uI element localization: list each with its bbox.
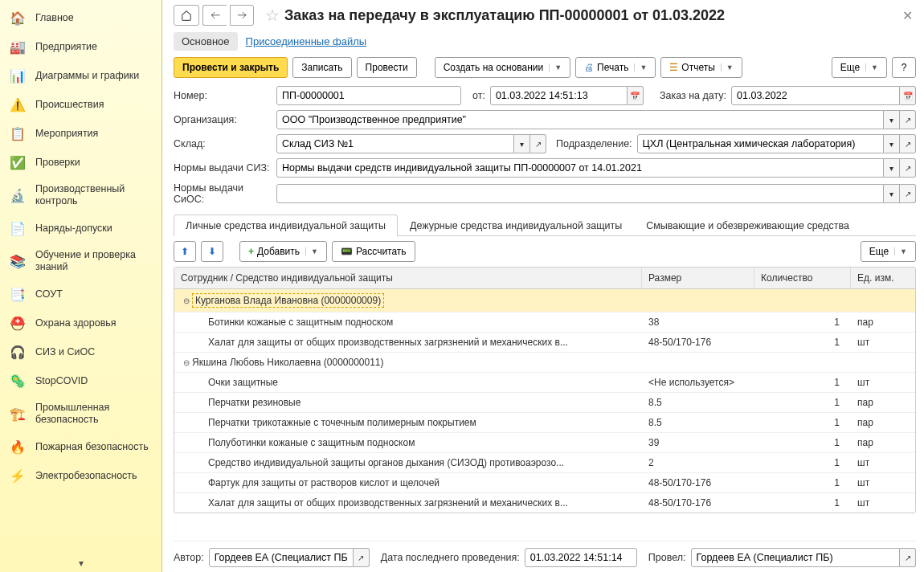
col-employee[interactable]: Сотрудник / Средство индивидуальной защи… <box>174 268 642 288</box>
sidebar-item-2[interactable]: 📊Диаграммы и графики <box>0 61 161 90</box>
sidebar-label: Предприятие <box>35 41 97 53</box>
from-date-input[interactable] <box>490 86 628 105</box>
tab-files[interactable]: Присоединенные файлы <box>238 32 375 51</box>
collapse-icon[interactable]: ⊖ <box>181 358 192 367</box>
forward-button[interactable]: 🡢 <box>230 5 254 26</box>
item-row[interactable]: Полуботинки кожаные с защитным подноском… <box>174 433 915 453</box>
sidebar-icon: 📄 <box>10 220 26 236</box>
sidebar-item-11[interactable]: 🎧СИЗ и СиОС <box>0 337 161 366</box>
subtab-duty[interactable]: Дежурные средства индивидуальной защиты <box>398 214 634 236</box>
dropdown-icon[interactable]: ▾ <box>884 134 900 153</box>
author-input[interactable] <box>209 548 354 567</box>
dropdown-icon[interactable]: ▾ <box>884 158 900 178</box>
postedby-label: Провел: <box>648 552 686 563</box>
lastpost-input[interactable] <box>525 548 637 567</box>
open-icon[interactable]: ↗ <box>900 134 916 153</box>
open-icon[interactable]: ↗ <box>900 110 916 129</box>
col-unit[interactable]: Ед. изм. <box>851 268 915 288</box>
group-row[interactable]: ⊖Курганова Влада Ивановна (0000000009) <box>174 289 915 313</box>
item-row[interactable]: Перчатки резиновые8.51пар <box>174 393 915 413</box>
org-label: Организация: <box>174 114 272 125</box>
division-input[interactable] <box>637 134 884 153</box>
warehouse-input[interactable] <box>276 134 514 153</box>
dropdown-icon[interactable]: ▾ <box>884 110 900 129</box>
move-up-button[interactable]: ⬆ <box>174 241 196 262</box>
sidebar-item-12[interactable]: 🦠StopCOVID <box>0 366 161 395</box>
sidebar-item-10[interactable]: ⛑️Охрана здоровья <box>0 308 161 337</box>
sidebar-item-9[interactable]: 📑СОУТ <box>0 280 161 308</box>
more-button[interactable]: Еще▼ <box>832 57 887 78</box>
sidebar-item-4[interactable]: 📋Мероприятия <box>0 119 161 148</box>
norms-sios-input[interactable] <box>276 184 884 203</box>
sidebar-label: Происшествия <box>35 99 104 111</box>
post-button[interactable]: Провести <box>357 57 417 78</box>
sidebar-icon: ⚠️ <box>10 96 26 112</box>
subtab-washing[interactable]: Смывающие и обезвреживающие средства <box>634 214 861 236</box>
sidebar-item-0[interactable]: 🏠Главное <box>0 3 161 32</box>
add-button[interactable]: +Добавить▼ <box>239 241 327 262</box>
number-label: Номер: <box>174 90 272 101</box>
sidebar-item-5[interactable]: ✅Проверки <box>0 148 161 177</box>
item-row[interactable]: Фартук для защиты от растворов кислот и … <box>174 473 915 493</box>
warehouse-label: Склад: <box>174 138 272 149</box>
calendar-icon[interactable]: 📅 <box>900 86 916 105</box>
open-icon[interactable]: ↗ <box>354 548 370 567</box>
item-row[interactable]: Халат для защиты от общих производственн… <box>174 493 915 513</box>
move-down-button[interactable]: ⬇ <box>201 241 223 262</box>
calculator-icon: 📟 <box>341 246 353 257</box>
postedby-input[interactable] <box>691 548 900 567</box>
create-based-button[interactable]: Создать на основании▼ <box>435 57 570 78</box>
open-icon[interactable]: ↗ <box>900 184 916 203</box>
norms-siz-label: Нормы выдачи СИЗ: <box>174 162 272 174</box>
order-date-input[interactable] <box>731 86 900 105</box>
norms-siz-input[interactable] <box>276 158 884 178</box>
sidebar: 🏠Главное🏭Предприятие📊Диаграммы и графики… <box>0 0 162 572</box>
division-label: Подразделение: <box>556 138 632 149</box>
sidebar-item-13[interactable]: 🏗️Промышленная безопасность <box>0 395 161 432</box>
open-icon[interactable]: ↗ <box>900 158 916 178</box>
sidebar-icon: 🎧 <box>10 344 26 360</box>
sidebar-icon: 🦠 <box>10 373 26 389</box>
reports-button[interactable]: ☰Отчеты▼ <box>660 57 742 78</box>
back-button[interactable]: 🡠 <box>202 5 227 26</box>
post-and-close-button[interactable]: Провести и закрыть <box>174 57 288 78</box>
open-icon[interactable]: ↗ <box>530 134 546 153</box>
sidebar-label: Проверки <box>35 157 80 169</box>
col-qty[interactable]: Количество <box>754 268 851 288</box>
print-button[interactable]: 🖨Печать▼ <box>575 57 656 78</box>
sidebar-item-15[interactable]: ⚡Электробезопасность <box>0 461 161 490</box>
dropdown-icon[interactable]: ▾ <box>884 184 900 203</box>
open-icon[interactable]: ↗ <box>900 548 916 567</box>
save-button[interactable]: Записать <box>292 57 351 78</box>
sidebar-collapse[interactable]: ▾ <box>0 558 161 569</box>
item-row[interactable]: Ботинки кожаные с защитным подноском381п… <box>174 313 915 333</box>
group-row[interactable]: ⊖Якшина Любовь Николаевна (0000000011) <box>174 353 915 373</box>
sidebar-label: Производственный контроль <box>35 183 153 207</box>
sidebar-item-7[interactable]: 📄Наряды-допуски <box>0 214 161 243</box>
col-size[interactable]: Размер <box>642 268 754 288</box>
close-button[interactable]: ✕ <box>899 8 916 23</box>
grid-more-button[interactable]: Еще▼ <box>861 241 916 262</box>
org-input[interactable] <box>276 110 884 129</box>
sidebar-item-3[interactable]: ⚠️Происшествия <box>0 90 161 119</box>
favorite-icon[interactable]: ☆ <box>265 6 280 25</box>
printer-icon: 🖨 <box>584 62 594 73</box>
item-row[interactable]: Халат для защиты от общих производственн… <box>174 333 915 353</box>
sidebar-item-14[interactable]: 🔥Пожарная безопасность <box>0 432 161 461</box>
dropdown-icon[interactable]: ▾ <box>514 134 530 153</box>
calendar-icon[interactable]: 📅 <box>628 86 644 105</box>
number-input[interactable] <box>276 86 461 105</box>
sidebar-label: Промышленная безопасность <box>35 402 153 426</box>
sidebar-item-6[interactable]: 🔬Производственный контроль <box>0 177 161 214</box>
help-button[interactable]: ? <box>892 57 916 78</box>
item-row[interactable]: Перчатки трикотажные с точечным полимерн… <box>174 413 915 433</box>
subtab-personal[interactable]: Личные средства индивидуальной защиты <box>174 214 398 236</box>
tab-main[interactable]: Основное <box>174 32 238 51</box>
calculate-button[interactable]: 📟Рассчитать <box>332 241 415 262</box>
home-button[interactable] <box>174 5 199 26</box>
item-row[interactable]: Средство индивидуальной защиты органов д… <box>174 453 915 473</box>
sidebar-item-1[interactable]: 🏭Предприятие <box>0 32 161 61</box>
item-row[interactable]: Очки защитные<Не используется>1шт <box>174 373 915 393</box>
sidebar-item-8[interactable]: 📚Обучение и проверка знаний <box>0 243 161 280</box>
collapse-icon[interactable]: ⊖ <box>181 296 192 305</box>
